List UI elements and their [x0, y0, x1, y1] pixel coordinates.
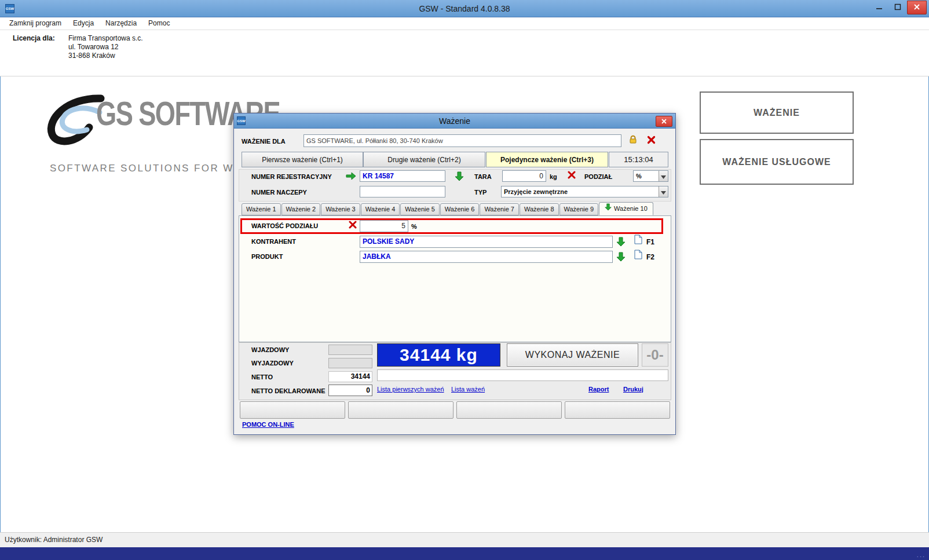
- function-button-2[interactable]: [348, 401, 453, 419]
- wazenie-dla-label: WAŻENIE DLA: [242, 136, 286, 147]
- wazenie-dla-input[interactable]: GS SOFTWARE, ul. Półłanki 80, 30-740 Kra…: [303, 134, 621, 147]
- produkt-label: PRODUKT: [251, 251, 283, 262]
- caption-buttons: [870, 0, 927, 15]
- produkt-picker-arrow-icon[interactable]: [616, 251, 626, 262]
- lock-button[interactable]: [626, 134, 641, 147]
- kontrahent-fkey-label: F1: [646, 237, 654, 247]
- kontrahent-label: KONTRAHENT: [251, 236, 296, 247]
- function-button-4[interactable]: [565, 401, 670, 419]
- typ-dropdown-button[interactable]: [659, 186, 668, 197]
- maximize-button[interactable]: [888, 1, 907, 14]
- tab-pojedyncze-wazenie[interactable]: Pojedyncze ważenie (Ctrl+3): [486, 152, 608, 167]
- netto-deklarowane-label: NETTO DEKLAROWANE: [251, 386, 325, 396]
- wazenie-tabstrip: Ważenie 1 Ważenie 2 Ważenie 3 Ważenie 4 …: [242, 203, 654, 215]
- close-button[interactable]: [907, 1, 927, 14]
- tab-wazenie-1[interactable]: Ważenie 1: [242, 203, 281, 215]
- minimize-icon: [876, 2, 883, 13]
- typ-dropdown[interactable]: Przyjęcie zewnętrzne: [501, 186, 668, 197]
- menu-edycja[interactable]: Edycja: [67, 17, 100, 30]
- wazenie-10-panel: [239, 215, 671, 342]
- netto-deklarowane-input[interactable]: 0: [328, 385, 372, 396]
- minimize-button[interactable]: [870, 1, 888, 14]
- wartosc-podzialu-input[interactable]: 5: [360, 220, 408, 232]
- tab-wazenie-8[interactable]: Ważenie 8: [520, 203, 559, 215]
- wjazdowy-label: WJAZDOWY: [251, 345, 289, 355]
- lock-icon: [628, 135, 638, 147]
- tab-wazenie-3[interactable]: Ważenie 3: [321, 203, 360, 215]
- kontrahent-list-button[interactable]: [634, 235, 643, 246]
- podzial-label: PODZIAŁ: [584, 171, 612, 182]
- tab-wazenie-6[interactable]: Ważenie 6: [440, 203, 480, 215]
- green-right-arrow-icon[interactable]: [345, 171, 357, 181]
- red-x-icon: [647, 136, 656, 147]
- titlebar[interactable]: GSW GSW - Standard 4.0.8.38: [0, 0, 929, 17]
- menubar: Zamknij program Edycja Narzędzia Pomoc: [0, 17, 929, 30]
- tab-wazenie-5[interactable]: Ważenie 5: [400, 203, 440, 215]
- numer-naczepy-input[interactable]: [360, 186, 445, 197]
- wartosc-podzialu-unit-label: %: [411, 221, 417, 232]
- license-line-city: 31-868 Kraków: [68, 52, 143, 60]
- rejestracyjny-picker-arrow-icon[interactable]: [454, 170, 465, 182]
- clear-wartosc-podzialu-button[interactable]: [347, 221, 359, 231]
- wazenie-uslugowe-button[interactable]: WAŻENIE USŁUGOWE: [700, 139, 854, 185]
- lista-wazen-link[interactable]: Lista ważeń: [451, 385, 485, 393]
- function-button-3[interactable]: [456, 401, 562, 419]
- license-address: Firma Transportowa s.c. ul. Towarowa 12 …: [68, 34, 143, 60]
- license-label: Licencja dla:: [13, 34, 55, 42]
- tab-drugie-wazenie[interactable]: Drugie ważenie (Ctrl+2): [363, 152, 485, 167]
- wartosc-podzialu-label: WARTOŚĆ PODZIAŁU: [251, 221, 318, 231]
- raport-link[interactable]: Raport: [588, 385, 609, 393]
- tab-wazenie-4[interactable]: Ważenie 4: [361, 203, 400, 215]
- clear-tara-button[interactable]: [565, 171, 578, 181]
- netto-label: NETTO: [251, 372, 273, 382]
- tara-input[interactable]: 0: [502, 170, 546, 182]
- dialog-titlebar[interactable]: GSW Ważenie: [234, 114, 675, 129]
- function-button-1[interactable]: [240, 401, 345, 419]
- netto-display: 34144: [328, 371, 372, 382]
- dialog-close-icon: [661, 116, 667, 127]
- tab-wazenie-7[interactable]: Ważenie 7: [480, 203, 519, 215]
- lista-pierwszych-wazen-link[interactable]: Lista pierwszych ważeń: [377, 385, 444, 393]
- tab-pierwsze-wazenie[interactable]: Pierwsze ważenie (Ctrl+1): [242, 152, 363, 167]
- red-x-icon: [349, 221, 357, 231]
- wazenie-dialog: GSW Ważenie WAŻENIE DLA GS SOFTWARE, ul.…: [233, 113, 676, 435]
- podzial-dropdown[interactable]: %: [633, 170, 668, 182]
- maximize-icon: [894, 2, 901, 13]
- menu-zamknij-program[interactable]: Zamknij program: [3, 17, 67, 30]
- wazenie-button[interactable]: WAŻENIE: [700, 91, 854, 134]
- license-line-street: ul. Towarowa 12: [68, 43, 143, 52]
- tara-label: TARA: [474, 171, 492, 182]
- menu-narzedzia[interactable]: Narzędzia: [100, 17, 142, 30]
- wjazdowy-display: [328, 345, 372, 355]
- kontrahent-picker-arrow-icon[interactable]: [616, 236, 626, 247]
- kontrahent-input[interactable]: POLSKIE SADY: [360, 236, 613, 248]
- dialog-close-button[interactable]: [656, 116, 672, 127]
- license-line-company: Firma Transportowa s.c.: [68, 34, 143, 43]
- podzial-dropdown-button[interactable]: [659, 171, 668, 181]
- clock-display: 15:13:04: [609, 152, 668, 167]
- license-panel: Licencja dla: Firma Transportowa s.c. ul…: [0, 30, 929, 76]
- menu-pomoc[interactable]: Pomoc: [142, 17, 175, 30]
- chevron-down-icon: [661, 171, 666, 181]
- produkt-list-button[interactable]: [634, 250, 643, 261]
- clear-header-button[interactable]: [643, 134, 659, 147]
- chevron-down-icon: [661, 186, 666, 197]
- wykonaj-wazenie-button[interactable]: WYKONAJ WAŻENIE: [507, 343, 638, 367]
- resize-grip[interactable]: ...: [917, 551, 926, 558]
- window-title: GSW - Standard 4.0.8.38: [0, 0, 929, 17]
- drukuj-link[interactable]: Drukuj: [623, 385, 643, 393]
- wyjazdowy-label: WYJAZDOWY: [251, 358, 294, 368]
- produkt-input[interactable]: JABŁKA: [360, 251, 613, 263]
- statusbar: Użytkownik: Administrator GSW: [0, 532, 929, 547]
- produkt-fkey-label: F2: [646, 252, 654, 262]
- pomoc-online-link[interactable]: POMOC ON-LINE: [242, 421, 294, 428]
- document-icon: [634, 235, 642, 247]
- tab-wazenie-10-label: Ważenie 10: [614, 203, 648, 214]
- tab-wazenie-2[interactable]: Ważenie 2: [281, 203, 321, 215]
- typ-label: TYP: [474, 187, 487, 197]
- tab-wazenie-10[interactable]: Ważenie 10: [599, 202, 653, 215]
- message-field: [377, 369, 668, 381]
- app-window: GSW GSW - Standard 4.0.8.38 Zamknij prog…: [0, 0, 929, 560]
- numer-rejestracyjny-input[interactable]: KR 14587: [360, 170, 445, 182]
- tab-wazenie-9[interactable]: Ważenie 9: [559, 203, 599, 215]
